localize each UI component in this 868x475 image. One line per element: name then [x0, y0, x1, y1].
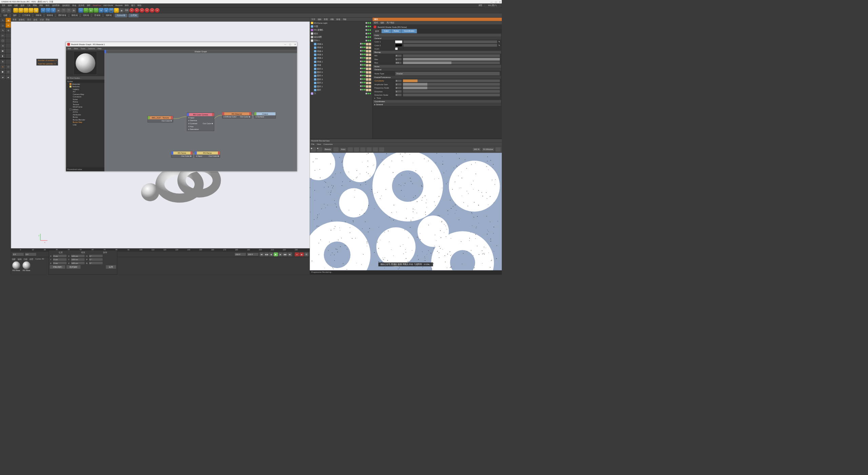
- dist-scale[interactable]: [395, 94, 402, 96]
- menu-item[interactable]: 创建: [14, 4, 18, 7]
- palette-tab[interactable]: 选择: [11, 14, 19, 18]
- menu-item[interactable]: 选择: [20, 4, 24, 7]
- node-color-correct[interactable]: RS Color Correct Input Gamma ContrastOut…: [187, 113, 214, 131]
- palette-tab[interactable]: Python域: [115, 14, 127, 18]
- menu-item[interactable]: 运动跟踪: [62, 4, 70, 7]
- deformer-button[interactable]: ◈: [99, 8, 103, 13]
- tool-button[interactable]: ◉: [119, 8, 124, 13]
- rv-button[interactable]: [367, 147, 372, 152]
- pos-y[interactable]: [53, 258, 67, 261]
- apply-button[interactable]: 应用: [106, 265, 116, 269]
- tree-item[interactable]: Materials: [66, 83, 104, 86]
- dlg-menu-item[interactable]: Tools: [81, 47, 85, 49]
- menu-item[interactable]: 样条: [39, 4, 43, 7]
- object-row[interactable]: 圆环: [310, 88, 372, 92]
- om-menu-item[interactable]: 文件: [311, 18, 315, 21]
- object-row[interactable]: 平面: [310, 25, 372, 28]
- palette-tab[interactable]: 创建: [1, 14, 9, 18]
- object-list[interactable]: RS Dome Light平面RS 摄像机模仿减去画面空白.1球体.6球体.5球…: [310, 21, 372, 139]
- axis-x-button[interactable]: X: [41, 8, 45, 13]
- slider[interactable]: [403, 87, 500, 89]
- rot-b[interactable]: [89, 262, 103, 265]
- om-menu-item[interactable]: 查看: [324, 18, 328, 21]
- dlg-menu-item[interactable]: Options: [88, 47, 95, 49]
- layout-dropdown[interactable]: RS (用户): [485, 3, 500, 7]
- object-row[interactable]: 圆环.5: [310, 71, 372, 74]
- tool-icon[interactable]: ⬡: [5, 70, 11, 75]
- menu-item[interactable]: 网格: [33, 4, 37, 7]
- remap-min[interactable]: [395, 54, 402, 57]
- menu-item[interactable]: 运动图形: [52, 4, 60, 7]
- freq-scale[interactable]: [395, 87, 402, 89]
- tree-item[interactable]: Bump Map: [66, 121, 104, 124]
- maximize-icon[interactable]: ▢: [495, 1, 497, 3]
- axis-y-button[interactable]: Y: [46, 8, 51, 13]
- node-noise[interactable]: RS Noise Out Color: [171, 151, 193, 158]
- tool-icon[interactable]: ▰: [0, 75, 5, 80]
- tool-icon[interactable]: ◯: [0, 38, 5, 43]
- complexity[interactable]: [395, 79, 402, 82]
- palette-tab[interactable]: 公式域: [129, 14, 139, 18]
- object-row[interactable]: 圆环.4: [310, 74, 372, 78]
- tool-icon[interactable]: [5, 53, 11, 58]
- tree-item[interactable]: AOVs: [66, 111, 104, 114]
- vp-menu-item[interactable]: 显示: [27, 18, 31, 21]
- coord-mode-b[interactable]: 绝对旋转: [66, 265, 81, 269]
- menu-item[interactable]: 流水线: [78, 4, 84, 7]
- noise-type-select[interactable]: Fractal: [395, 72, 500, 76]
- material-thumb[interactable]: RS Mate: [12, 262, 21, 271]
- tool-icon[interactable]: [5, 38, 11, 43]
- slider[interactable]: [403, 94, 500, 96]
- tool-icon[interactable]: ⬢: [0, 70, 5, 75]
- rv-aov-select[interactable]: Beauty: [323, 147, 332, 151]
- tool-icon[interactable]: ⟲: [5, 28, 11, 33]
- mat-tab[interactable]: 创建: [12, 258, 16, 261]
- record-button[interactable]: ●: [140, 8, 144, 13]
- tool-icon[interactable]: ◇: [0, 23, 5, 28]
- palette-tab[interactable]: 锥体域: [45, 14, 55, 18]
- rv-button[interactable]: [495, 147, 500, 152]
- light-button[interactable]: 💡: [114, 8, 119, 13]
- om-menu-item[interactable]: 编辑: [318, 18, 322, 21]
- color1-swatch[interactable]: [395, 40, 402, 43]
- redo-button[interactable]: ↷: [6, 8, 11, 13]
- slider[interactable]: [403, 90, 500, 93]
- minimize-icon[interactable]: —: [491, 1, 493, 3]
- rv-button[interactable]: [360, 147, 365, 152]
- next-frame-button[interactable]: ▶▶: [283, 252, 288, 256]
- picker-icon[interactable]: ✎: [498, 44, 500, 46]
- tool-icon[interactable]: [5, 33, 11, 38]
- generator-button[interactable]: ◐: [88, 8, 93, 13]
- tool-icon[interactable]: 🖱: [0, 59, 5, 64]
- om-menu-item[interactable]: 对象: [330, 18, 334, 21]
- menu-item[interactable]: 文件: [2, 4, 6, 7]
- vp-menu-item[interactable]: 查看: [13, 18, 17, 21]
- palette-tab[interactable]: 音域域: [92, 14, 102, 18]
- object-row[interactable]: 圆环.2: [310, 81, 372, 84]
- tool-icon[interactable]: ▭: [0, 33, 5, 38]
- tool-icon[interactable]: ▣: [0, 48, 5, 53]
- record-button[interactable]: ●: [145, 8, 150, 13]
- tree-item[interactable]: WireFrame: [66, 106, 104, 109]
- play-button[interactable]: ▶: [274, 252, 278, 256]
- tree-item[interactable]: Noise: [66, 98, 104, 101]
- menu-item[interactable]: 编辑: [8, 4, 12, 7]
- tree-item[interactable]: Textures: [66, 85, 104, 88]
- mat-tab[interactable]: 纹理: [29, 258, 34, 261]
- record-button[interactable]: ●: [150, 8, 155, 13]
- object-row[interactable]: 球体.1: [310, 60, 372, 63]
- rv-render-button[interactable]: ▶: [311, 147, 316, 152]
- tool-icon[interactable]: ▦: [5, 18, 11, 23]
- timeline-cur[interactable]: [25, 253, 37, 256]
- slider[interactable]: [403, 40, 497, 43]
- tool-icon[interactable]: ✎: [0, 28, 5, 33]
- dlg-minimize-icon[interactable]: —: [284, 43, 286, 45]
- tool-button[interactable]: ↖: [13, 8, 18, 13]
- tool-icon[interactable]: ▰: [5, 75, 11, 80]
- record-button[interactable]: ●: [135, 8, 139, 13]
- tool-icon[interactable]: ✥: [5, 23, 11, 28]
- object-row[interactable]: 球体: [310, 63, 372, 67]
- tool-icon[interactable]: [5, 43, 11, 48]
- rv-button[interactable]: [379, 147, 384, 152]
- menu-item[interactable]: 插件: [87, 4, 91, 7]
